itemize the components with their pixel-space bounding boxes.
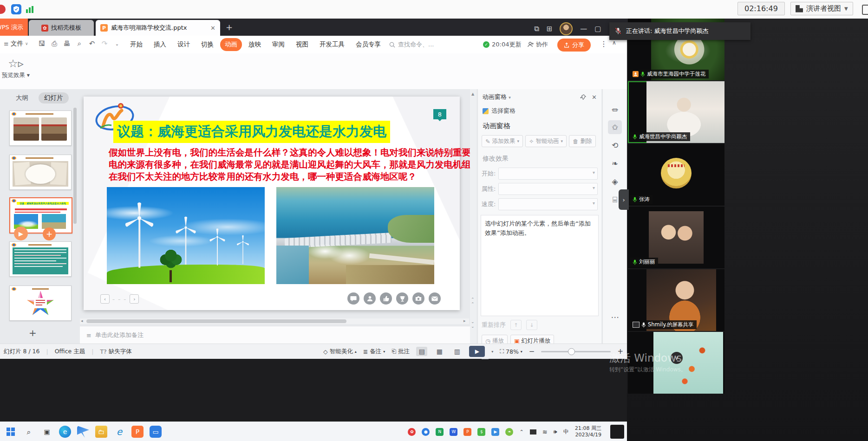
play-from-slide-button[interactable]: ▶ [14, 227, 28, 240]
collaborate-button[interactable]: 协作 [528, 40, 548, 49]
tray-app6-icon[interactable]: $ [477, 428, 485, 436]
browser-arrow-icon[interactable] [77, 426, 89, 438]
output-icon[interactable]: ⎙ [49, 39, 60, 48]
fullscreen-icon[interactable] [862, 5, 868, 15]
user-avatar[interactable] [560, 22, 573, 35]
close-pane-icon[interactable]: ✕ [592, 94, 597, 101]
reorder-down-button[interactable]: ↓ [526, 320, 537, 330]
reading-view-icon[interactable]: ▥ [451, 347, 463, 356]
close-tab-icon[interactable]: ✕ [210, 25, 215, 32]
tab-animation[interactable]: 动画 [220, 38, 242, 51]
navigation-icon[interactable]: ◈ [608, 175, 622, 188]
tab-transition[interactable]: 切换 [196, 38, 218, 51]
tray-app2-icon[interactable]: ● [422, 428, 430, 436]
maximize-icon[interactable]: ▢ [594, 25, 601, 33]
tab-devtools[interactable]: 开发工具 [315, 38, 349, 51]
slide-canvas[interactable]: 8 议题：威海更适合采用风力发电还是水力发电 假如世界上没有电，我们的生活会是什… [84, 97, 460, 310]
taskbar-search-icon[interactable]: ⌕ [23, 426, 35, 438]
next-slide-button[interactable]: › [130, 294, 139, 304]
add-slide-button[interactable]: + [29, 327, 37, 338]
tray-app4-icon[interactable]: W [450, 428, 457, 436]
zoom-slider-thumb[interactable] [568, 348, 575, 355]
tab-outline[interactable]: 大纲 [10, 92, 34, 104]
participant-tile-3[interactable]: 张涛 [628, 144, 724, 206]
tray-app1-icon[interactable]: ✿ [408, 428, 416, 436]
participant-tile-2-speaking[interactable]: 威海世昌中学尚颖杰 [628, 81, 724, 143]
h-scroll-thumb[interactable] [86, 319, 346, 323]
slide-body-line1[interactable]: 假如世界上没有电，我们的生活会是什么样？这真的令人难以想象！电对我们来说特别重要… [109, 147, 480, 159]
smart-animation-pane-button[interactable]: ✧智能动画▾ [525, 135, 567, 147]
meeting-app-icon[interactable]: ▭ [150, 426, 162, 438]
command-search[interactable]: 查找命令、... [389, 40, 434, 49]
tray-app3-icon[interactable]: N [436, 428, 444, 436]
scroll-right-icon[interactable]: ▸ [463, 318, 466, 323]
shield-icon[interactable] [11, 4, 21, 14]
property-select[interactable] [498, 183, 598, 195]
slide-thumbnail-1[interactable] [9, 110, 72, 146]
pin-icon[interactable] [580, 94, 586, 100]
add-effect-button[interactable]: ✎添加效果▾ [482, 135, 523, 147]
tab-store[interactable]: ✿ 找稻壳模板 [29, 20, 94, 36]
smart-beautify-button[interactable]: ◇智能美化▴ [323, 348, 357, 356]
single-window-icon[interactable]: ⧉ [534, 25, 539, 33]
redo-icon[interactable]: ↷ [99, 39, 110, 48]
hydro-dam-image[interactable] [276, 187, 434, 284]
edge-browser-icon[interactable]: e [59, 426, 71, 438]
panel-collapse-handle[interactable]: › [619, 189, 629, 210]
play-options-chevron[interactable]: ▾ [491, 350, 493, 354]
slide-thumbnail-5[interactable] [9, 285, 72, 321]
speed-select[interactable] [498, 198, 598, 210]
person-icon[interactable] [364, 292, 376, 305]
scroll-up-icon[interactable]: ▲ [471, 92, 474, 96]
slide-body-line3[interactable]: 在我们不太关注的地方比较常用的还有水力发电，哪一种更适合威海地区呢？ [109, 171, 417, 183]
tab-document[interactable]: P 威海市明湖路学校交流.pptx ✕ [96, 20, 220, 36]
file-explorer-icon[interactable]: 🗀 [95, 426, 107, 438]
undo-icon[interactable]: ↶ [86, 39, 98, 48]
preview-effect-button[interactable]: ☆▹ 预览效果 ▾ [1, 57, 31, 79]
tab-view[interactable]: 视图 [291, 38, 313, 51]
horizontal-scrollbar[interactable]: ◂ ▸ [80, 318, 469, 324]
trophy-icon[interactable] [396, 292, 408, 305]
reorder-up-button[interactable]: ↑ [510, 320, 522, 330]
clock[interactable]: 21:08 周三 2023/4/19 [575, 425, 604, 438]
tune-slider-icon[interactable]: ⏛ [608, 102, 622, 116]
slide-thumbnail-2[interactable] [9, 155, 72, 190]
tab-slideshow[interactable]: 放映 [244, 38, 266, 51]
animation-list-hint[interactable]: 选中幻灯片的某个元素，然后单击“添加效果”添加动画。 [481, 215, 599, 316]
volume-icon[interactable]: 🕪 [554, 428, 557, 435]
share-button[interactable]: 分享 [557, 39, 591, 52]
beautify-icon[interactable]: ❧ [608, 156, 622, 170]
wind-turbines-image[interactable] [107, 187, 265, 284]
select-pane-button[interactable]: 选择窗格 [483, 107, 597, 115]
slide-title[interactable]: 议题：威海更适合采用风力发电还是水力发电 [113, 121, 390, 143]
normal-view-icon[interactable]: ▤ [416, 347, 427, 356]
wps-taskbar-icon[interactable]: P [131, 426, 144, 438]
zoom-fit-control[interactable]: ⛶78%▾ [500, 348, 522, 355]
tab-membership[interactable]: 会员专享 [351, 38, 385, 51]
slide-scroll-strip[interactable]: ▲ ⌃⌃ ⌄⌄ [470, 89, 476, 344]
notes-bar[interactable]: ≡ 单击此处添加备注 [80, 326, 470, 344]
tray-app8-icon[interactable]: ❧ [505, 428, 513, 436]
prev-slide-chevrons[interactable]: ⌃⌃ [471, 297, 474, 306]
sidebar-scrollbar[interactable] [73, 108, 77, 224]
tab-design[interactable]: 设计 [173, 38, 195, 51]
grid-windows-icon[interactable]: ⊞ [547, 25, 553, 33]
wifi-icon[interactable]: ≋ [542, 428, 548, 435]
ie-browser-icon[interactable]: e [113, 426, 125, 438]
loop-rotate-icon[interactable]: ⟲ [608, 138, 622, 152]
notification-center-icon[interactable] [610, 425, 624, 439]
task-view-icon[interactable]: ▣ [41, 426, 53, 438]
tab-wps-app[interactable]: WPS 演示 [0, 19, 28, 36]
delete-effect-button[interactable]: 🗑删除 [569, 135, 596, 147]
file-menu[interactable]: ≡ 文件 ∨ [4, 39, 28, 48]
tray-app5-icon[interactable]: P [463, 428, 471, 436]
record-icon[interactable] [0, 5, 6, 14]
start-select[interactable] [498, 168, 598, 180]
scroll-left-icon[interactable]: ◂ [81, 318, 83, 323]
slideshow-play-button[interactable]: ▶ [469, 346, 485, 357]
comments-button[interactable]: ⎗批注 [392, 348, 410, 356]
zoom-slider[interactable] [541, 351, 611, 352]
tray-expand-icon[interactable]: ⌃ [519, 429, 523, 435]
theme-label[interactable]: Office 主题 [55, 348, 85, 356]
thumbs-up-icon[interactable] [380, 292, 392, 305]
